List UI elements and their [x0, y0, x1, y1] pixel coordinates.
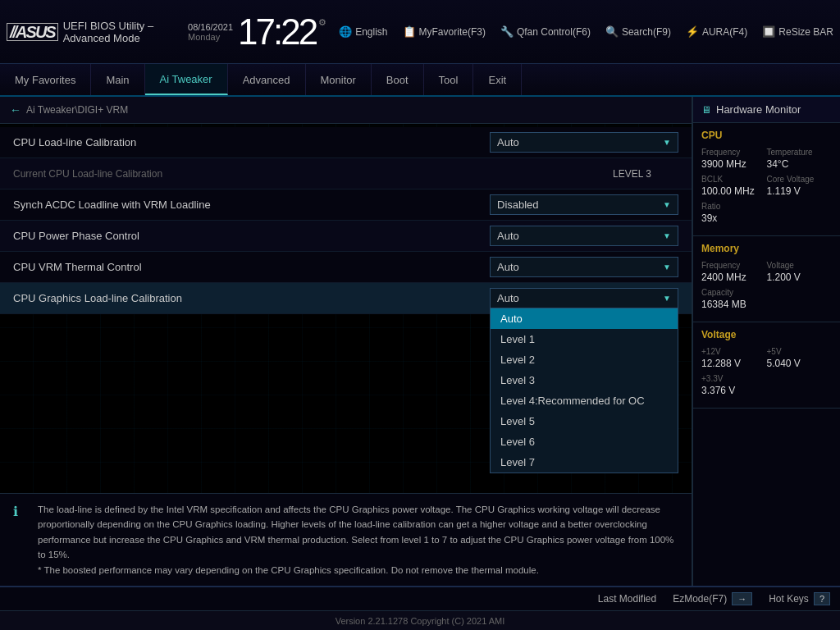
- setting-cpu-loadline-dropdown[interactable]: Auto ▼: [490, 132, 678, 153]
- info-icon: ℹ: [13, 504, 30, 519]
- settings-gear-icon[interactable]: ⚙: [318, 17, 326, 28]
- setting-cpu-vrm-thermal: CPU VRM Thermal Control Auto ▼: [0, 252, 692, 283]
- hw-cpu-section: CPU Frequency 3900 MHz Temperature 34°C …: [693, 123, 840, 236]
- dropdown-opt-level5[interactable]: Level 5: [491, 411, 678, 431]
- hw-mem-voltage-value: 1.200 V: [767, 272, 833, 283]
- hw-cpu-corevoltage-label: Core Voltage: [767, 175, 833, 184]
- setting-cpu-graphics-loadline-label: CPU Graphics Load-line Calibration: [13, 292, 490, 304]
- hw-mem-capacity-value: 16384 MB: [701, 299, 832, 310]
- footer-last-modified[interactable]: Last Modified: [598, 593, 656, 605]
- tool-resizebar[interactable]: 🔲 ReSize BAR: [762, 25, 833, 38]
- nav-boot[interactable]: Boot: [372, 64, 424, 95]
- hw-v33-row: +3.3V 3.376 V: [701, 374, 832, 396]
- hw-cpu-corevoltage-item: Core Voltage 1.119 V: [767, 175, 833, 197]
- description-box: ℹ The load-line is defined by the Intel …: [0, 493, 692, 586]
- hw-cpu-title: CPU: [701, 130, 832, 141]
- tool-qfan[interactable]: 🔧 Qfan Control(F6): [500, 25, 591, 38]
- hw-voltage-title: Voltage: [701, 329, 832, 340]
- right-panel: 🖥 Hardware Monitor CPU Frequency 3900 MH…: [692, 97, 840, 586]
- bios-title: UEFI BIOS Utility – Advanced Mode: [63, 20, 180, 44]
- tool-myfavorite[interactable]: 📋 MyFavorite(F3): [403, 25, 486, 38]
- hw-v5-value: 5.040 V: [767, 358, 833, 369]
- dropdown-opt-auto[interactable]: Auto: [491, 308, 678, 329]
- setting-cpu-vrm-thermal-label: CPU VRM Thermal Control: [13, 261, 490, 273]
- back-arrow-icon[interactable]: ←: [10, 103, 21, 116]
- qfan-icon: 🔧: [500, 25, 514, 38]
- tool-qfan-label: Qfan Control(F6): [517, 26, 591, 38]
- dropdown-opt-level7[interactable]: Level 7: [491, 452, 678, 472]
- setting-cpu-loadline-label: CPU Load-line Calibration: [13, 136, 490, 148]
- hw-cpu-freq-label: Frequency: [701, 148, 767, 157]
- hot-keys-label: Hot Keys: [769, 593, 809, 605]
- hw-mem-capacity-item: Capacity 16384 MB: [701, 288, 832, 310]
- footer-ez-mode[interactable]: EzMode(F7) →: [673, 592, 752, 605]
- day-display: Monday: [188, 32, 233, 42]
- footer-hot-keys[interactable]: Hot Keys ?: [769, 592, 830, 605]
- hw-v33-item: +3.3V 3.376 V: [701, 374, 832, 396]
- hw-mem-freq-label: Frequency: [701, 261, 767, 270]
- hw-cpu-bclk-label: BCLK: [701, 175, 767, 184]
- setting-synch-acdc-dropdown[interactable]: Disabled ▼: [490, 194, 678, 215]
- hw-monitor-title: 🖥 Hardware Monitor: [693, 97, 840, 123]
- date-display: 08/16/2021: [188, 22, 233, 32]
- setting-cpu-graphics-loadline-dropdown-container: Auto ▼ Auto Level 1 Level 2 Level 3 Leve…: [490, 288, 678, 308]
- hw-v33-label: +3.3V: [701, 374, 832, 383]
- hw-mem-voltage-label: Voltage: [767, 261, 833, 270]
- setting-cpu-loadline: CPU Load-line Calibration Auto ▼: [0, 127, 692, 158]
- dropdown-opt-level6[interactable]: Level 6: [491, 431, 678, 452]
- ez-mode-label: EzMode(F7): [673, 593, 727, 605]
- hw-cpu-freq-item: Frequency 3900 MHz: [701, 148, 767, 170]
- tool-english[interactable]: 🌐 English: [339, 25, 387, 38]
- setting-cpu-power-phase: CPU Power Phase Control Auto ▼: [0, 221, 692, 252]
- setting-synch-acdc-value: Disabled: [497, 199, 656, 211]
- setting-cpu-power-phase-dropdown[interactable]: Auto ▼: [490, 226, 678, 246]
- setting-cpu-loadline-value: Auto: [497, 136, 656, 148]
- nav-exit[interactable]: Exit: [473, 64, 522, 95]
- tool-myfav-label: MyFavorite(F3): [419, 26, 486, 38]
- setting-cpu-graphics-loadline-dropdown[interactable]: Auto ▼: [490, 288, 678, 308]
- search-icon: 🔍: [605, 25, 619, 38]
- tool-search-label: Search(F9): [622, 26, 671, 38]
- hw-v12-value: 12.288 V: [701, 358, 767, 369]
- time-block: 17:22 ⚙: [238, 14, 326, 50]
- ez-mode-icon[interactable]: →: [732, 592, 752, 605]
- nav-bar: My Favorites Main Ai Tweaker Advanced Mo…: [0, 64, 840, 97]
- nav-monitor[interactable]: Monitor: [306, 64, 372, 95]
- hw-cpu-temp-item: Temperature 34°C: [767, 148, 833, 170]
- tool-aura-label: AURA(F4): [702, 26, 747, 38]
- tool-english-label: English: [355, 26, 387, 38]
- dropdown-arrow-5-icon: ▼: [663, 294, 671, 303]
- version-bar: Version 2.21.1278 Copyright (C) 2021 AMI: [0, 610, 840, 630]
- nav-ai-tweaker[interactable]: Ai Tweaker: [145, 64, 228, 95]
- hw-v33-value: 3.376 V: [701, 385, 832, 396]
- dropdown-opt-level4[interactable]: Level 4:Recommended for OC: [491, 390, 678, 411]
- nav-advanced[interactable]: Advanced: [228, 64, 306, 95]
- setting-cpu-graphics-loadline-value: Auto: [497, 292, 656, 304]
- setting-cpu-vrm-thermal-dropdown[interactable]: Auto ▼: [490, 257, 678, 277]
- hot-keys-icon[interactable]: ?: [814, 592, 830, 605]
- hw-cpu-bclk-item: BCLK 100.00 MHz: [701, 175, 767, 197]
- dropdown-arrow-3-icon: ▼: [663, 231, 671, 240]
- dropdown-opt-level2[interactable]: Level 2: [491, 349, 678, 370]
- nav-my-favorites[interactable]: My Favorites: [0, 64, 91, 95]
- setting-cpu-power-phase-value: Auto: [497, 230, 656, 242]
- left-panel: ← Ai Tweaker\DIGI+ VRM CPU Load-line Cal…: [0, 97, 692, 586]
- monitor-icon: 🖥: [701, 104, 711, 116]
- tool-search[interactable]: 🔍 Search(F9): [605, 25, 671, 38]
- last-modified-label: Last Modified: [598, 593, 656, 605]
- dropdown-arrow-4-icon: ▼: [663, 262, 671, 272]
- dropdown-opt-level3[interactable]: Level 3: [491, 370, 678, 390]
- nav-main[interactable]: Main: [91, 64, 144, 95]
- hw-mem-freq-voltage-row: Frequency 2400 MHz Voltage 1.200 V: [701, 261, 832, 283]
- myfav-icon: 📋: [403, 25, 416, 38]
- hw-monitor-title-text: Hardware Monitor: [716, 103, 801, 116]
- version-text: Version 2.21.1278 Copyright (C) 2021 AMI: [336, 616, 505, 626]
- dropdown-opt-level1[interactable]: Level 1: [491, 329, 678, 349]
- nav-tool[interactable]: Tool: [424, 64, 474, 95]
- tool-aura[interactable]: ⚡ AURA(F4): [686, 25, 747, 38]
- hw-cpu-freq-temp-row: Frequency 3900 MHz Temperature 34°C: [701, 148, 832, 170]
- hw-mem-voltage-item: Voltage 1.200 V: [767, 261, 833, 283]
- breadcrumb: ← Ai Tweaker\DIGI+ VRM: [0, 97, 692, 124]
- dropdown-arrow-2-icon: ▼: [663, 200, 671, 209]
- globe-icon: 🌐: [339, 25, 352, 38]
